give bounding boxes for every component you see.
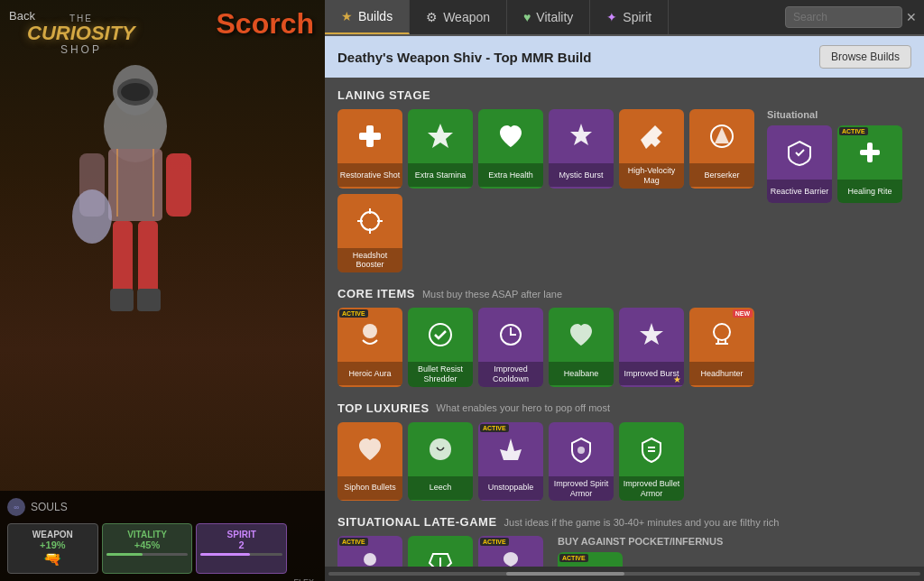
tab-spirit[interactable]: ✦ Spirit: [590, 0, 669, 34]
item-restorative-shot[interactable]: Restorative Shot: [337, 109, 402, 189]
item-icon: [689, 109, 754, 163]
item-heroic-aura[interactable]: ACTIVE Heroic Aura: [337, 308, 402, 387]
item-headshot-booster[interactable]: Headshot Booster: [337, 194, 402, 273]
item-icon: [549, 109, 614, 163]
core-items-section: CORE ITEMS Must buy these ASAP after lan…: [337, 287, 911, 387]
laning-items-row: Restorative Shot Extra Stamina: [337, 109, 756, 272]
item-icon: [337, 194, 402, 248]
item-icon: [558, 552, 623, 567]
item-leech[interactable]: Leech: [408, 422, 473, 502]
bottom-scroll-bar: [325, 567, 924, 581]
item-name-label: Reactive Barrier: [767, 180, 832, 203]
item-vampiric-burst[interactable]: ACTIVE Vampiric Burst: [478, 536, 543, 567]
build-title: Deathy's Weapon Shiv - Top MMR Build: [337, 50, 591, 65]
item-icon: [478, 536, 543, 567]
item-icon: [337, 308, 402, 362]
vitality-stat-box[interactable]: VITALITY +45%: [102, 523, 193, 574]
item-name-label: Healbane: [549, 362, 614, 385]
item-name-label: Extra Stamina: [408, 163, 473, 187]
svg-point-35: [364, 553, 376, 566]
item-mystic-burst[interactable]: Mystic Burst: [549, 109, 614, 189]
tab-vitality-label: Vitality: [536, 10, 573, 24]
weapon-stat-name: WEAPON: [12, 530, 94, 540]
core-items-row: ACTIVE Heroic Aura Bullet Resist Shredde…: [337, 308, 911, 387]
item-healbane[interactable]: Healbane: [549, 308, 614, 387]
item-extra-health[interactable]: Extra Health: [478, 109, 543, 189]
item-icon: [337, 422, 402, 476]
svg-rect-10: [110, 289, 134, 311]
weapon-stat-value: +19%: [12, 540, 94, 550]
item-icon: [478, 422, 543, 476]
right-panel: ★ Builds ⚙ Weapon ♥ Vitality ✦ Spirit ✕ …: [325, 0, 924, 581]
weapon-stat-box[interactable]: WEAPON +19% 🔫: [7, 523, 98, 574]
item-icon: [619, 109, 684, 163]
svg-marker-16: [428, 124, 453, 148]
browse-builds-button[interactable]: Browse Builds: [819, 45, 911, 69]
item-name-label: Unstoppable: [478, 476, 543, 500]
item-name-label: Headshot Booster: [337, 248, 402, 273]
item-icon: [408, 308, 473, 362]
shop-curiosity-label: CURIOSITY: [27, 23, 135, 43]
item-name-label: Bullet Resist Shredder: [408, 362, 473, 387]
stat-boxes: WEAPON +19% 🔫 VITALITY +45% SPIRIT 2 FLE…: [7, 523, 318, 574]
item-name-label: Heroic Aura: [337, 362, 402, 385]
item-bullet-resist-shredder[interactable]: Bullet Resist Shredder: [408, 308, 473, 387]
item-improved-burst[interactable]: ★ Improved Burst: [619, 308, 684, 387]
buy-against-side: BUY AGAINST POCKET/INFERNUS ACTIVE Debuf…: [558, 536, 723, 567]
top-luxuries-header: TOP LUXURIES What enables your hero to p…: [337, 401, 911, 415]
item-extra-stamina[interactable]: Extra Stamina: [408, 109, 473, 189]
build-header: Deathy's Weapon Shiv - Top MMR Build Bro…: [325, 36, 924, 78]
laning-title: Laning stage: [337, 88, 430, 102]
item-headhunter[interactable]: NEW Headhunter: [689, 308, 754, 387]
late-game-items-side: ACTIVE Curse Inhibitor: [337, 536, 543, 567]
top-luxuries-section: TOP LUXURIES What enables your hero to p…: [337, 401, 911, 502]
souls-row: ∞ SOULS: [7, 498, 318, 516]
spirit-stat-box[interactable]: SPIRIT 2: [196, 523, 287, 574]
tab-builds[interactable]: ★ Builds: [325, 0, 410, 34]
vitality-stat-value: +45%: [106, 540, 189, 550]
search-clear-button[interactable]: ✕: [906, 10, 917, 24]
svg-point-32: [578, 447, 585, 454]
tab-weapon[interactable]: ⚙ Weapon: [410, 0, 507, 34]
item-improved-bullet-armor[interactable]: Improved Bullet Armor: [619, 422, 684, 502]
item-unstoppable[interactable]: ACTIVE Unstoppable: [478, 422, 543, 502]
svg-marker-17: [570, 124, 592, 145]
item-improved-cooldown[interactable]: Improved Cooldown: [478, 308, 543, 387]
spirit-icon: ✦: [606, 10, 617, 24]
item-icon: [478, 308, 543, 362]
core-items-title: CORE ITEMS: [337, 287, 415, 300]
item-siphon-bullets[interactable]: Siphon Bullets: [337, 422, 402, 502]
search-input[interactable]: [785, 6, 902, 28]
item-high-velocity-mag[interactable]: High-Velocity Mag: [619, 109, 684, 189]
svg-point-26: [363, 324, 377, 338]
item-name-label: Berserker: [689, 163, 754, 187]
late-game-wrapper: ACTIVE Curse Inhibitor: [337, 536, 911, 567]
item-healing-rite[interactable]: ACTIVE Healing Rite: [837, 125, 902, 203]
laning-wrapper: Restorative Shot Extra Stamina: [337, 109, 911, 272]
content-area: Laning stage Restorative Shot: [325, 78, 924, 567]
item-berserker[interactable]: Berserker: [689, 109, 754, 189]
item-debuff-remover[interactable]: ACTIVE Debuff Remover: [558, 552, 623, 567]
tab-vitality[interactable]: ♥ Vitality: [507, 0, 590, 34]
scroll-thumb[interactable]: [506, 572, 624, 576]
item-icon: [408, 422, 473, 476]
item-name-label: Improved Bullet Armor: [619, 476, 684, 502]
item-name-label: Restorative Shot: [337, 163, 402, 187]
item-improved-spirit-armor[interactable]: Improved Spirit Armor: [549, 422, 614, 502]
item-icon: [619, 422, 684, 476]
tabs-row: ★ Builds ⚙ Weapon ♥ Vitality ✦ Spirit ✕: [325, 0, 924, 36]
item-name-label: Healing Rite: [837, 180, 902, 203]
item-curse[interactable]: ACTIVE Curse: [337, 536, 402, 567]
scroll-track[interactable]: [328, 572, 920, 576]
item-name-label: Leech: [408, 476, 473, 500]
item-reactive-barrier[interactable]: Reactive Barrier: [767, 125, 832, 203]
spirit-stat-name: SPIRIT: [200, 530, 282, 540]
item-inhibitor[interactable]: Inhibitor: [408, 536, 473, 567]
late-game-items-row: ACTIVE Curse Inhibitor: [337, 536, 543, 567]
bottom-stats-panel: ∞ SOULS WEAPON +19% 🔫 VITALITY +45% SPIR…: [0, 491, 325, 581]
item-icon: [337, 109, 402, 163]
top-luxuries-desc: What enables your hero to pop off most: [437, 402, 610, 413]
vitality-stat-name: VITALITY: [106, 530, 189, 540]
item-icon: [549, 422, 614, 476]
situational-label: Situational: [767, 109, 911, 120]
